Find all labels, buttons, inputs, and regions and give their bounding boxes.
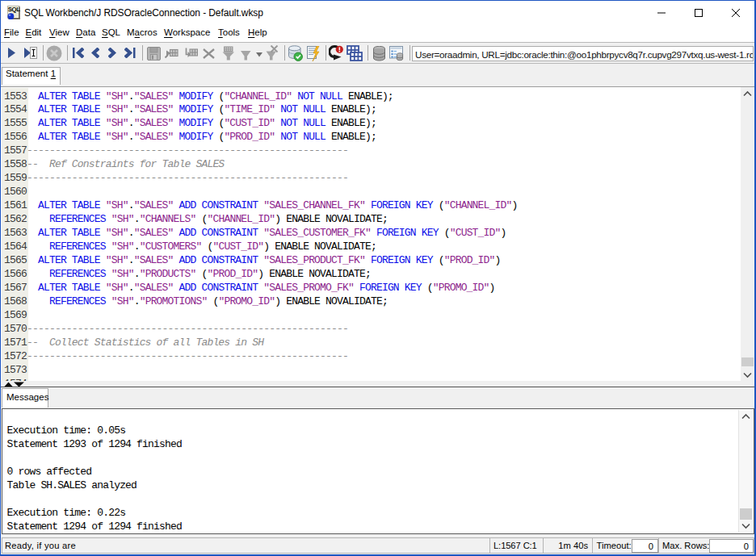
svg-text:SQL: SQL (8, 6, 20, 13)
